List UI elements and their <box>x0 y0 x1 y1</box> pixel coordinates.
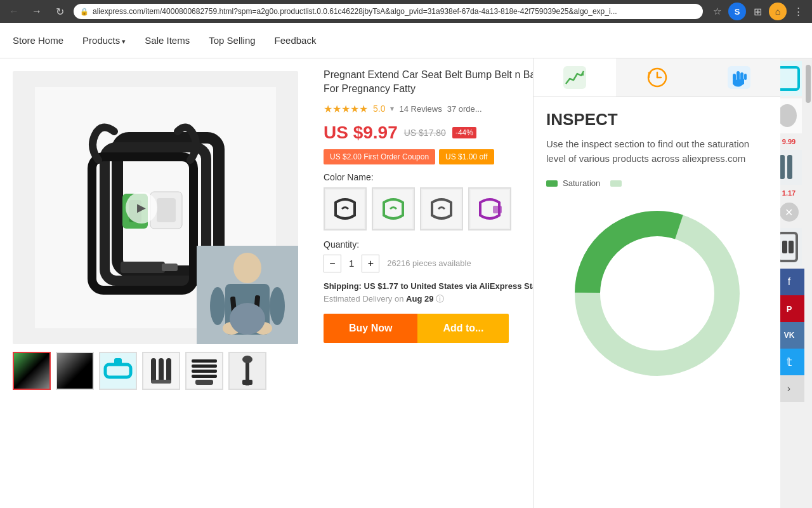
svg-point-55 <box>606 243 708 344</box>
coupon-1-button[interactable]: US $2.00 First Order Coupon <box>324 149 435 164</box>
svg-point-59 <box>778 104 797 127</box>
svg-rect-52 <box>744 74 747 80</box>
bookmark-button[interactable]: ☆ <box>708 3 726 20</box>
add-to-cart-button[interactable]: Add to... <box>417 314 509 343</box>
delivery-label: Estimated Delivery on <box>324 294 403 304</box>
close-button[interactable]: ✕ <box>780 203 799 222</box>
delivery-info-icon: ⓘ <box>436 294 444 304</box>
legend-row: Saturation <box>546 178 768 188</box>
thumbnail-strip <box>13 352 298 390</box>
thumbnail-6[interactable] <box>228 352 266 390</box>
ext-tab-chart[interactable] <box>534 58 616 97</box>
svg-rect-38 <box>242 380 252 385</box>
rating-caret: ▾ <box>390 104 394 113</box>
svg-point-20 <box>230 303 265 335</box>
shipping-label: Shipping: <box>324 281 362 291</box>
back-button[interactable]: ← <box>5 3 23 20</box>
buy-now-button[interactable]: Buy Now <box>324 314 417 343</box>
browser-chrome: ← → ↻ 🔒 aliexpress.com/item/400080068275… <box>0 0 812 23</box>
chevron-right-icon: › <box>787 383 790 394</box>
svg-rect-42 <box>471 190 509 228</box>
thumbnail-5[interactable] <box>185 352 223 390</box>
svg-rect-61 <box>780 155 785 179</box>
svg-rect-33 <box>192 375 217 378</box>
search-ext-button[interactable]: S <box>728 3 746 20</box>
nav-top-selling[interactable]: Top Selling <box>209 30 255 51</box>
legend-gray-dot <box>610 180 622 187</box>
ext-panel-body: INSPECT Use the inspect section to find … <box>534 97 780 401</box>
secondary-image <box>197 246 298 344</box>
legend-saturation-label: Saturation <box>563 178 600 188</box>
hand-icon <box>728 66 750 89</box>
ext-panel-header <box>534 58 780 97</box>
old-price: US $17.80 <box>404 128 446 138</box>
refresh-button[interactable]: ↻ <box>51 3 69 20</box>
svg-rect-43 <box>493 206 502 213</box>
svg-rect-7 <box>157 198 176 222</box>
donut-chart <box>568 204 746 382</box>
scrollbar[interactable] <box>804 58 812 508</box>
play-button[interactable]: ▶ <box>126 192 157 224</box>
svg-rect-41 <box>422 190 461 228</box>
thumbnail-3[interactable] <box>99 352 137 390</box>
ext-tab-history[interactable] <box>616 58 698 97</box>
review-count[interactable]: 14 Reviews <box>399 104 442 114</box>
nav-sale-items[interactable]: Sale Items <box>145 30 190 51</box>
stars: ★★★★★ <box>324 103 368 115</box>
delivery-date: Aug 29 <box>406 294 433 304</box>
qty-minus-button[interactable]: − <box>324 255 341 272</box>
svg-rect-40 <box>374 190 412 228</box>
pieces-available: 26216 pieces available <box>387 258 471 268</box>
color-option-4[interactable] <box>468 187 511 231</box>
svg-rect-32 <box>192 370 217 373</box>
svg-rect-39 <box>326 190 364 228</box>
person-svg <box>197 246 298 344</box>
svg-rect-30 <box>192 359 217 363</box>
svg-point-17 <box>270 287 285 325</box>
thumbnail-1[interactable] <box>13 352 51 390</box>
svg-rect-34 <box>195 380 213 385</box>
rating-number: 5.0 <box>373 104 385 114</box>
nav-store-home[interactable]: Store Home <box>13 30 63 51</box>
inspect-title: INSPECT <box>546 110 768 130</box>
browser-actions: ☆ S ⊞ ⌂ ⋮ <box>708 3 807 20</box>
svg-rect-8 <box>121 262 165 273</box>
svg-rect-31 <box>192 364 217 368</box>
nav-feedback[interactable]: Feedback <box>275 30 317 51</box>
extensions-button[interactable]: ⊞ <box>749 3 766 20</box>
thumbnail-2[interactable] <box>56 352 94 390</box>
coupon-2-button[interactable]: US $1.00 off <box>439 149 494 164</box>
donut-chart-container <box>546 198 768 389</box>
address-bar[interactable]: 🔒 aliexpress.com/item/4000800682759.html… <box>74 4 703 19</box>
svg-point-16 <box>210 287 225 325</box>
shipping-price: US $1.77 <box>364 281 398 291</box>
scrollbar-thumb[interactable] <box>806 65 811 103</box>
main-content: ▶ <box>0 58 812 508</box>
svg-rect-28 <box>151 380 171 384</box>
color-option-2[interactable] <box>372 187 415 231</box>
svg-rect-66 <box>789 241 794 253</box>
menu-button[interactable]: ⋮ <box>789 3 807 20</box>
svg-rect-9 <box>162 264 178 271</box>
main-price: US $9.97 <box>324 123 398 143</box>
chart-icon <box>563 66 586 89</box>
svg-rect-65 <box>782 241 787 253</box>
discount-badge: -44% <box>452 127 476 138</box>
nav-products[interactable]: Products <box>82 30 126 51</box>
address-text: aliexpress.com/item/4000800682759.html?s… <box>93 7 617 16</box>
ext-tab-hand[interactable] <box>698 58 780 97</box>
forward-button[interactable]: → <box>28 3 46 20</box>
svg-rect-49 <box>737 71 740 80</box>
thumbnail-4[interactable] <box>142 352 180 390</box>
history-icon <box>646 66 669 89</box>
svg-point-11 <box>233 253 261 283</box>
svg-rect-62 <box>787 155 792 179</box>
svg-point-37 <box>242 356 252 363</box>
home-ext-button[interactable]: ⌂ <box>769 3 787 20</box>
store-nav: Store Home Products Sale Items Top Selli… <box>0 23 812 58</box>
color-option-1[interactable] <box>324 187 367 231</box>
qty-plus-button[interactable]: + <box>362 255 379 272</box>
order-count: 37 orde... <box>447 104 482 114</box>
color-option-3[interactable] <box>420 187 463 231</box>
svg-rect-51 <box>733 74 736 81</box>
